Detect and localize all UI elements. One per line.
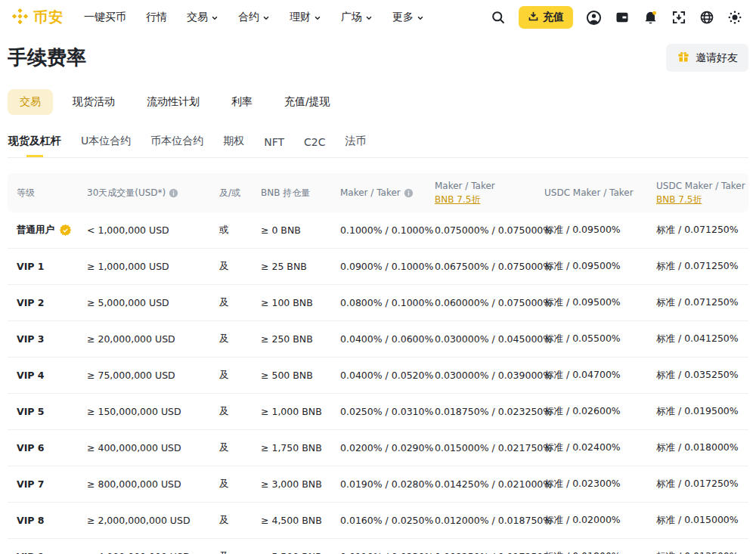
usdc-maker-taker-cell: 标准 / 0.02400% [544,441,656,454]
app-download-icon[interactable] [671,10,686,25]
maker-taker-bnb-cell: 0.008250% / 0.017250% [435,551,544,554]
fee-category-tab[interactable]: 充值/提现 [272,89,342,115]
tab-label: 利率 [231,95,253,107]
nav-item-label: 合约 [238,11,259,24]
level-label: VIP 2 [17,297,45,308]
maker-taker-bnb-cell: 0.030000% / 0.045000% [435,333,544,345]
maker-taker-cell: 0.0800% / 0.1000% [340,297,435,308]
and-or-cell: 及 [219,296,261,309]
market-type-tab[interactable]: 币本位合约 [150,128,204,157]
fee-category-tab[interactable]: 现货活动 [60,89,127,115]
usdc-maker-taker-cell: 标准 / 0.02300% [544,478,656,491]
bnb-discount-link[interactable]: BNB 7.5折 [435,193,480,206]
level-label: VIP 5 [17,406,45,417]
chevron-down-icon [262,14,270,22]
language-globe-icon[interactable] [699,10,714,25]
bnb-holding-cell: ≥ 5,500 BNB [261,551,340,554]
market-type-tab[interactable]: 现货及杠杆 [8,128,62,157]
column-header-label: 等级 [17,187,35,199]
theme-toggle-icon[interactable] [727,10,742,25]
fee-category-tab[interactable]: 利率 [219,89,265,115]
profile-icon[interactable] [586,10,602,26]
market-type-tab[interactable]: U本位合约 [80,128,132,157]
tab-label: 币本位合约 [150,135,203,147]
bnb-holding-cell: ≥ 1,750 BNB [261,442,340,453]
usdc-maker-taker-cell: 标准 / 0.09500% [544,260,656,273]
usdc-maker-taker-cell: 标准 / 0.02000% [544,514,656,527]
nav-item-label: 行情 [146,11,167,24]
nav-item[interactable]: 一键买币 [74,11,136,24]
volume-cell: ≥ 5,000,000 USD [87,297,219,308]
market-type-tab[interactable]: C2C [303,130,326,157]
level-label: VIP 3 [17,333,45,345]
top-navbar: 币安 一键买币 行情 交易 [0,0,756,35]
usdc-maker-taker-bnb-cell: 标准 / 0.019500% [656,405,748,418]
fee-table-row: VIP 1 ≥ 1,000,000 USD 及 ≥ 25 BNB 0.0900%… [8,249,748,285]
usdc-maker-taker-bnb-cell: 标准 / 0.071250% [656,224,748,237]
and-or-cell: 及 [219,514,261,527]
and-or-cell: 及 [219,405,261,418]
bnb-holding-cell: ≥ 250 BNB [261,333,340,345]
column-header-label: BNB 持仓量 [261,187,310,199]
invite-friends-button[interactable]: 邀请好友 [666,44,748,72]
tab-label: 法币 [345,135,367,147]
market-type-tab[interactable]: 法币 [345,128,367,157]
nav-item[interactable]: 理财 [280,11,331,24]
info-icon[interactable] [404,188,414,198]
bnb-holding-cell: ≥ 25 BNB [261,261,340,272]
brand-name: 币安 [33,8,64,27]
volume-cell: < 1,000,000 USD [87,224,219,236]
nav-item-label: 一键买币 [84,11,126,24]
fee-category-tab[interactable]: 流动性计划 [135,89,212,115]
deposit-label: 充值 [543,11,564,24]
wallet-icon[interactable] [615,10,630,25]
notification-bell-icon[interactable] [643,10,658,26]
maker-taker-bnb-cell: 0.075000% / 0.075000% [435,224,544,236]
volume-cell: ≥ 20,000,000 USD [87,333,219,345]
chevron-down-icon [417,14,424,22]
nav-item[interactable]: 行情 [136,11,177,24]
usdc-maker-taker-cell: 标准 / 0.05500% [544,333,656,345]
maker-taker-cell: 0.1000% / 0.1000% [340,224,435,236]
volume-cell: ≥ 4,000,000,000 USD [87,551,219,554]
maker-taker-bnb-cell: 0.015000% / 0.021750% [435,442,544,453]
fee-table-body: 普通用户 < 1,000,000 USD 或 ≥ 0 BNB 0.1000% /… [8,212,748,554]
maker-taker-cell: 0.0400% / 0.0600% [340,333,435,345]
verified-badge-icon [59,224,72,237]
market-type-tab[interactable]: 期权 [222,128,245,157]
volume-cell: ≥ 800,000,000 USD [87,478,219,490]
level-label: VIP 7 [17,478,45,490]
bnb-discount-link[interactable]: BNB 7.5折 [656,193,702,206]
tab-label: NFT [264,136,284,148]
usdc-maker-taker-cell: 标准 / 0.04700% [544,369,656,382]
maker-taker-cell: 0.0400% / 0.0520% [340,370,435,381]
market-type-tab[interactable]: NFT [263,130,285,157]
column-header: USDC Maker / Taker [544,187,656,199]
binance-diamond-icon [11,7,29,29]
chevron-down-icon [211,14,218,22]
fee-rate-page: 手续费率 邀请好友 交易 现货活动 流动性计划 利率 [0,35,756,554]
fee-table: 等级 30天成交量(USD*) [8,173,748,554]
nav-item-label: 理财 [290,11,311,24]
fee-table-row: VIP 5 ≥ 150,000,000 USD 及 ≥ 1,000 BNB 0.… [8,394,748,430]
volume-cell: ≥ 2,000,000,000 USD [87,515,219,526]
deposit-button[interactable]: 充值 [519,6,573,29]
column-header-label: USDC Maker / Taker [544,187,634,199]
and-or-cell: 及 [219,441,261,454]
nav-item[interactable]: 合约 [228,11,280,24]
chevron-down-icon [314,14,321,22]
search-icon[interactable] [491,10,506,25]
binance-logo[interactable]: 币安 [11,7,64,29]
fee-category-tab[interactable]: 交易 [8,89,53,115]
volume-cell: ≥ 1,000,000 USD [87,261,219,272]
info-icon[interactable] [169,188,178,198]
nav-item[interactable]: 更多 [383,11,434,24]
usdc-maker-taker-bnb-cell: 标准 / 0.035250% [656,369,748,382]
column-header-label: 及/或 [219,187,240,199]
tab-label: 期权 [223,135,244,147]
nav-item[interactable]: 交易 [177,11,228,24]
maker-taker-cell: 0.0900% / 0.1000% [340,261,435,272]
fee-table-row: VIP 7 ≥ 800,000,000 USD 及 ≥ 3,000 BNB 0.… [8,466,748,503]
nav-item[interactable]: 广场 [331,11,383,24]
nav-item-label: 广场 [341,11,362,24]
